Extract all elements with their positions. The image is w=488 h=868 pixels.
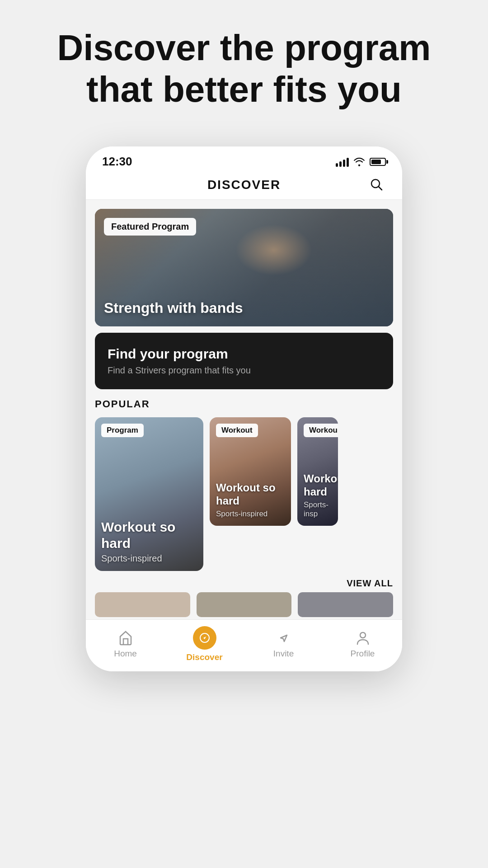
svg-point-3 (360, 632, 366, 638)
card-title-2: Workout so hard (216, 481, 285, 508)
bottom-nav: Home Discover Invite Profile (86, 619, 402, 671)
app-header-title: DISCOVER (207, 178, 281, 192)
strip-card-2 (197, 592, 292, 617)
popular-card-workout-2[interactable]: Workou Workou hard Sports-insp (297, 417, 338, 526)
status-icons (336, 157, 386, 167)
nav-item-invite[interactable]: Invite (257, 630, 311, 659)
nav-label-invite: Invite (273, 649, 294, 659)
compass-icon (198, 632, 211, 644)
wifi-icon (353, 157, 365, 166)
profile-icon (355, 630, 371, 646)
view-all-button[interactable]: VIEW ALL (347, 578, 393, 589)
invite-icon (276, 630, 292, 646)
featured-program-card[interactable]: Featured Program Strength with bands (95, 209, 393, 326)
card-info-2: Workout so hard Sports-inspired (216, 481, 285, 519)
signal-icon (336, 157, 349, 167)
card-subtitle-1: Sports-inspired (101, 553, 197, 564)
battery-icon (370, 158, 386, 166)
nav-label-profile: Profile (351, 649, 375, 659)
nav-item-discover[interactable]: Discover (178, 626, 232, 662)
bottom-strip (86, 592, 402, 619)
card-subtitle-3: Sports-insp (304, 500, 332, 519)
nav-item-home[interactable]: Home (99, 630, 153, 659)
popular-section: POPULAR Program Workout so hard Sports-i… (86, 398, 402, 571)
card-title-1: Workout so hard (101, 519, 197, 552)
card-title-3: Workou hard (304, 472, 332, 499)
svg-line-1 (379, 187, 382, 190)
find-program-title: Find your program (108, 346, 380, 362)
strip-card-3 (298, 592, 393, 617)
status-time: 12:30 (102, 155, 132, 169)
app-content: Featured Program Strength with bands Fin… (86, 200, 402, 619)
nav-label-home: Home (114, 649, 137, 659)
hero-title: Discover the program that better fits yo… (50, 27, 438, 110)
card-badge-program: Program (101, 424, 144, 437)
phone-shell: 12:30 DISCOVER (86, 146, 402, 671)
home-icon (117, 630, 134, 646)
card-badge-workout-1: Workout (216, 424, 258, 437)
search-icon (370, 178, 383, 191)
find-program-subtitle: Find a Strivers program that fits you (108, 365, 380, 376)
find-program-card[interactable]: Find your program Find a Strivers progra… (95, 333, 393, 389)
nav-label-discover: Discover (186, 652, 222, 662)
view-all-row: VIEW ALL (86, 571, 402, 592)
app-header: DISCOVER (86, 173, 402, 200)
strip-card-1 (95, 592, 190, 617)
featured-badge: Featured Program (104, 218, 196, 236)
card-badge-workout-2: Workou (304, 424, 338, 437)
popular-header: POPULAR (95, 398, 393, 410)
status-bar: 12:30 (86, 146, 402, 173)
search-button[interactable] (367, 175, 386, 195)
popular-card-program[interactable]: Program Workout so hard Sports-inspired (95, 417, 203, 571)
discover-circle (193, 626, 216, 650)
popular-label: POPULAR (95, 398, 150, 410)
card-subtitle-2: Sports-inspired (216, 509, 285, 519)
card-info-1: Workout so hard Sports-inspired (101, 519, 197, 564)
featured-title: Strength with bands (104, 300, 243, 316)
popular-card-workout-1[interactable]: Workout Workout so hard Sports-inspired (210, 417, 291, 526)
card-info-3: Workou hard Sports-insp (304, 472, 332, 519)
popular-cards-row: Program Workout so hard Sports-inspired … (95, 417, 393, 571)
nav-item-profile[interactable]: Profile (336, 630, 390, 659)
